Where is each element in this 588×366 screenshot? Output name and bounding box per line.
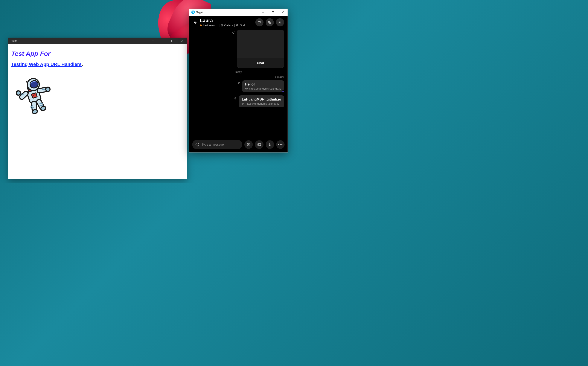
chat-header: Laura Last seen ... | Gallery | Find bbox=[189, 16, 287, 29]
link-icon bbox=[245, 87, 248, 90]
link-preview-card[interactable]: Chat bbox=[237, 30, 284, 68]
image-icon bbox=[247, 143, 251, 146]
message-timestamp: 2:10 PM bbox=[193, 76, 284, 79]
read-receipt-icon bbox=[282, 90, 285, 93]
arrow-left-icon bbox=[193, 20, 197, 24]
message-row: LuHuangMSFT.github.io https://luhuangmsf… bbox=[193, 95, 284, 107]
skype-minimize-button[interactable] bbox=[258, 9, 268, 16]
contact-card-icon bbox=[257, 143, 261, 146]
hello-close-button[interactable] bbox=[177, 38, 187, 44]
gallery-icon bbox=[221, 24, 223, 27]
find-link[interactable]: Find bbox=[236, 24, 245, 27]
svg-point-14 bbox=[45, 87, 51, 92]
search-icon bbox=[236, 24, 239, 27]
person-add-icon bbox=[278, 20, 282, 24]
skype-body: Laura Last seen ... | Gallery | Find bbox=[189, 16, 287, 152]
close-icon bbox=[181, 40, 183, 42]
astronaut-image bbox=[11, 74, 184, 117]
skype-maximize-button[interactable] bbox=[268, 9, 278, 16]
sent-indicator-icon bbox=[234, 97, 237, 100]
hello-maximize-button[interactable] bbox=[167, 38, 177, 44]
svg-rect-28 bbox=[272, 11, 274, 13]
message-title: Hello! bbox=[245, 83, 281, 86]
hello-app-window: Hello! ⋯ Test App For Testing Web App UR… bbox=[8, 38, 187, 179]
phone-icon bbox=[268, 20, 272, 24]
hello-link-suffix: . bbox=[82, 62, 83, 67]
gallery-link[interactable]: Gallery bbox=[221, 24, 233, 27]
contact-card-button[interactable] bbox=[255, 140, 263, 149]
message-title: LuHuangMSFT.github.io bbox=[242, 98, 281, 101]
message-url[interactable]: https://luhuangmsft.github.io bbox=[242, 102, 281, 105]
svg-point-40 bbox=[196, 143, 199, 146]
message-input[interactable] bbox=[202, 143, 239, 146]
svg-point-13 bbox=[16, 90, 21, 96]
svg-rect-36 bbox=[258, 22, 260, 23]
svg-line-35 bbox=[238, 26, 238, 26]
svg-point-46 bbox=[258, 144, 259, 145]
skype-app-title: Skype bbox=[196, 11, 203, 14]
chat-scroll-area[interactable]: Chat Today 2:10 PM Hello! bbox=[189, 29, 287, 138]
compose-bar: ••• bbox=[189, 138, 287, 152]
hello-more-button[interactable]: ⋯ bbox=[148, 38, 158, 44]
separator: | bbox=[234, 24, 235, 27]
message-row: Hello! https://mandymsft.github.io bbox=[193, 80, 284, 92]
message-url[interactable]: https://mandymsft.github.io bbox=[245, 87, 281, 90]
hello-content: Test App For Testing Web App URL Handler… bbox=[8, 44, 187, 179]
voice-message-button[interactable] bbox=[266, 140, 274, 149]
attach-image-button[interactable] bbox=[244, 140, 253, 149]
separator: | bbox=[219, 24, 219, 27]
message-bubble[interactable]: Hello! https://mandymsft.github.io bbox=[242, 80, 284, 92]
link-preview-label: Chat bbox=[237, 58, 284, 68]
sent-indicator-icon bbox=[232, 31, 235, 34]
svg-point-37 bbox=[279, 21, 280, 22]
video-call-button[interactable] bbox=[255, 18, 264, 26]
svg-point-41 bbox=[196, 144, 197, 144]
hello-window-title: Hello! bbox=[11, 39, 17, 42]
last-seen-text: Last seen ... bbox=[203, 24, 218, 27]
svg-rect-8 bbox=[31, 93, 37, 98]
skype-logo-icon: S bbox=[191, 10, 195, 14]
svg-point-34 bbox=[236, 24, 238, 26]
day-divider-label: Today bbox=[235, 70, 242, 73]
dots-icon: ••• bbox=[278, 142, 283, 147]
microphone-icon bbox=[268, 143, 272, 146]
smiley-icon bbox=[195, 142, 199, 147]
more-options-button[interactable]: ••• bbox=[276, 140, 285, 149]
status-dot-icon bbox=[200, 24, 202, 26]
emoji-button[interactable] bbox=[195, 142, 199, 147]
skype-close-button[interactable] bbox=[278, 9, 287, 16]
minimize-icon bbox=[161, 40, 164, 42]
hello-main-link[interactable]: Testing Web App URL Handlers bbox=[11, 62, 82, 67]
maximize-icon bbox=[171, 40, 173, 42]
link-preview-row: Chat bbox=[193, 30, 284, 68]
skype-window: S Skype Laura Last seen ... | bbox=[189, 8, 288, 152]
skype-titlebar[interactable]: S Skype bbox=[189, 9, 287, 16]
add-people-button[interactable] bbox=[276, 18, 284, 26]
link-preview-thumbnail bbox=[237, 30, 284, 58]
contact-subinfo: Last seen ... | Gallery | Find bbox=[200, 24, 253, 27]
minimize-icon bbox=[262, 11, 264, 14]
svg-rect-1 bbox=[171, 40, 173, 42]
hello-minimize-button[interactable] bbox=[158, 38, 167, 44]
dots-icon: ⋯ bbox=[151, 39, 154, 42]
back-button[interactable] bbox=[193, 20, 197, 25]
video-icon bbox=[257, 20, 261, 24]
sent-indicator-icon bbox=[237, 82, 240, 85]
contact-name[interactable]: Laura bbox=[200, 18, 253, 23]
link-icon bbox=[242, 102, 244, 105]
hello-subheading: Testing Web App URL Handlers. bbox=[11, 62, 184, 67]
maximize-icon bbox=[272, 11, 274, 14]
compose-input-wrap[interactable] bbox=[192, 140, 242, 149]
svg-rect-49 bbox=[269, 143, 270, 145]
svg-point-42 bbox=[198, 144, 198, 144]
close-icon bbox=[282, 11, 284, 14]
audio-call-button[interactable] bbox=[266, 18, 274, 26]
message-bubble[interactable]: LuHuangMSFT.github.io https://luhuangmsf… bbox=[239, 95, 284, 107]
hello-heading: Test App For bbox=[11, 50, 184, 57]
hello-titlebar[interactable]: Hello! ⋯ bbox=[8, 38, 187, 44]
day-divider: Today bbox=[193, 70, 284, 73]
